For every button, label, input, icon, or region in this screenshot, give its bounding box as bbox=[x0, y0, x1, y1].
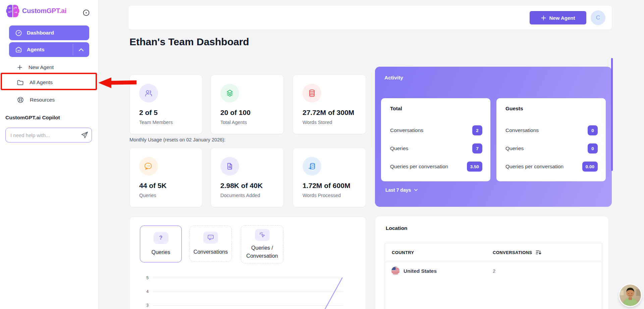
sidebar-item-label: New Agent bbox=[29, 64, 54, 70]
activity-row: Conversations 2 bbox=[390, 125, 482, 136]
activity-row-value-badge: 0 bbox=[588, 125, 598, 135]
gauge-icon bbox=[15, 29, 22, 37]
activity-row-value-badge: 0 bbox=[588, 143, 598, 153]
stat-value: 1.72M of 600M bbox=[303, 182, 350, 190]
monthly-usage-label: Monthly Usage (resets on 02 January 2026… bbox=[129, 137, 225, 142]
copilot-title: CustomGPT.ai Copilot bbox=[5, 115, 60, 121]
copilot-send-button[interactable] bbox=[80, 131, 89, 139]
stat-card-words-processed: 1.72M of 600M Words Processed bbox=[293, 148, 366, 207]
sidebar-item-agents[interactable]: Agents bbox=[9, 42, 89, 57]
chat-outline-icon bbox=[203, 232, 218, 244]
new-agent-button[interactable]: New Agent bbox=[530, 11, 586, 24]
activity-card-guests: Guests Conversations 0 Queries 0 Queries… bbox=[496, 98, 606, 181]
activity-row-label: Queries bbox=[505, 145, 524, 151]
chat-bubble-icon bbox=[139, 157, 158, 176]
sidebar-item-label: Dashboard bbox=[27, 30, 54, 36]
location-table-header: COUNTRY CONVERSATIONS bbox=[385, 243, 602, 262]
lifebuoy-icon bbox=[17, 97, 24, 103]
tab-conversations[interactable]: Conversations bbox=[190, 226, 232, 262]
stat-label: Team Members bbox=[139, 120, 173, 125]
conversations-count: 2 bbox=[493, 268, 495, 274]
new-agent-button-label: New Agent bbox=[549, 15, 575, 21]
sidebar: CustomGPT.ai Dashboard Agents New Agent bbox=[0, 0, 99, 309]
activity-row-label: Queries per conversation bbox=[505, 164, 564, 170]
chevron-down-icon bbox=[414, 188, 418, 192]
users-icon bbox=[139, 84, 158, 103]
tab-queries[interactable]: ? Queries bbox=[140, 226, 182, 262]
activity-row-value-badge: 0.00 bbox=[582, 162, 598, 172]
y-axis-tick: 3 bbox=[141, 303, 149, 308]
stat-card-queries: 44 of 5K Queries bbox=[129, 148, 202, 207]
folder-icon bbox=[17, 80, 23, 85]
sidebar-item-label: All Agents bbox=[30, 79, 53, 85]
stat-value: 27.72M of 300M bbox=[303, 109, 354, 117]
stat-value: 20 of 100 bbox=[220, 109, 251, 117]
send-icon bbox=[80, 131, 89, 139]
divider bbox=[73, 44, 73, 55]
circle-dot-icon bbox=[83, 9, 90, 16]
activity-row: Queries per conversation 0.00 bbox=[505, 161, 598, 172]
location-table: COUNTRY CONVERSATIONS bbox=[385, 243, 602, 309]
user-avatar-initial: C bbox=[596, 14, 600, 21]
plus-icon bbox=[17, 65, 22, 70]
sidebar-item-new-agent[interactable]: New Agent bbox=[9, 61, 89, 74]
sidebar-item-label: Agents bbox=[27, 47, 45, 53]
tab-queries-per-conversation[interactable]: Queries / Conversation bbox=[241, 225, 283, 263]
presenter-photo bbox=[620, 285, 641, 306]
us-flag-icon bbox=[391, 266, 400, 275]
stat-value: 2 of 5 bbox=[139, 109, 158, 117]
stat-value: 44 of 5K bbox=[139, 182, 167, 190]
activity-row-label: Queries bbox=[390, 145, 408, 151]
activity-row-label: Queries per conversation bbox=[390, 164, 448, 170]
brand-name: CustomGPT.ai bbox=[22, 7, 66, 15]
column-header-country: COUNTRY bbox=[392, 250, 414, 255]
document-search-icon bbox=[220, 157, 239, 176]
cursor-click-icon bbox=[255, 229, 270, 241]
agents-collapse-toggle[interactable] bbox=[77, 46, 85, 54]
chevron-up-icon bbox=[77, 46, 85, 54]
location-panel: Location COUNTRY CONVERSATIONS bbox=[375, 216, 609, 309]
sort-descending-icon[interactable] bbox=[535, 249, 542, 256]
country-name: United States bbox=[404, 268, 437, 274]
page-title: Ethan's Team Dashboard bbox=[129, 36, 249, 48]
activity-row: Conversations 0 bbox=[505, 125, 598, 136]
copilot-input[interactable] bbox=[5, 128, 92, 142]
sidebar-collapse-button[interactable] bbox=[83, 9, 91, 17]
plus-icon bbox=[541, 15, 546, 20]
stat-value: 2.98K of 40K bbox=[220, 182, 263, 190]
sidebar-item-all-agents[interactable]: All Agents bbox=[9, 76, 89, 89]
activity-row: Queries 0 bbox=[505, 143, 598, 154]
presenter-webcam-avatar[interactable] bbox=[620, 285, 641, 306]
date-range-dropdown[interactable]: Last 7 days bbox=[385, 187, 418, 193]
date-range-label: Last 7 days bbox=[385, 187, 411, 193]
stat-label: Words Processed bbox=[303, 193, 341, 198]
brain-logo-icon bbox=[5, 3, 20, 18]
activity-panel: Activity Total Conversations 2 Queries 7… bbox=[375, 67, 612, 207]
agent-icon bbox=[15, 46, 22, 53]
chart-line bbox=[324, 278, 342, 309]
activity-row-label: Conversations bbox=[505, 127, 539, 133]
brand-logo[interactable]: CustomGPT.ai bbox=[5, 3, 66, 18]
activity-row-value-badge: 2 bbox=[472, 125, 482, 135]
stat-card-team-members: 2 of 5 Team Members bbox=[129, 75, 202, 134]
activity-title: Activity bbox=[384, 75, 403, 81]
column-header-conversations: CONVERSATIONS bbox=[493, 250, 532, 255]
location-title: Location bbox=[386, 225, 408, 231]
activity-row-value-badge: 7 bbox=[472, 143, 482, 153]
activity-card-total: Total Conversations 2 Queries 7 Queries … bbox=[381, 98, 490, 181]
sidebar-item-resources[interactable]: Resources bbox=[9, 94, 89, 106]
scrollbar-thumb[interactable] bbox=[611, 58, 613, 171]
tab-label: Conversations bbox=[194, 248, 228, 256]
user-avatar[interactable]: C bbox=[591, 10, 605, 25]
database-icon bbox=[303, 84, 321, 103]
stat-label: Words Stored bbox=[303, 120, 332, 125]
activity-card-title: Guests bbox=[505, 106, 523, 112]
stat-label: Total Agents bbox=[220, 120, 247, 125]
database-import-icon bbox=[303, 157, 321, 176]
tab-label: Queries bbox=[151, 248, 170, 256]
stat-card-words-stored: 27.72M of 300M Words Stored bbox=[293, 75, 366, 134]
stat-card-total-agents: 20 of 100 Total Agents bbox=[211, 75, 284, 134]
tab-label: Queries / Conversation bbox=[241, 244, 283, 259]
activity-row-value-badge: 3.50 bbox=[467, 162, 482, 172]
sidebar-item-dashboard[interactable]: Dashboard bbox=[9, 25, 89, 40]
